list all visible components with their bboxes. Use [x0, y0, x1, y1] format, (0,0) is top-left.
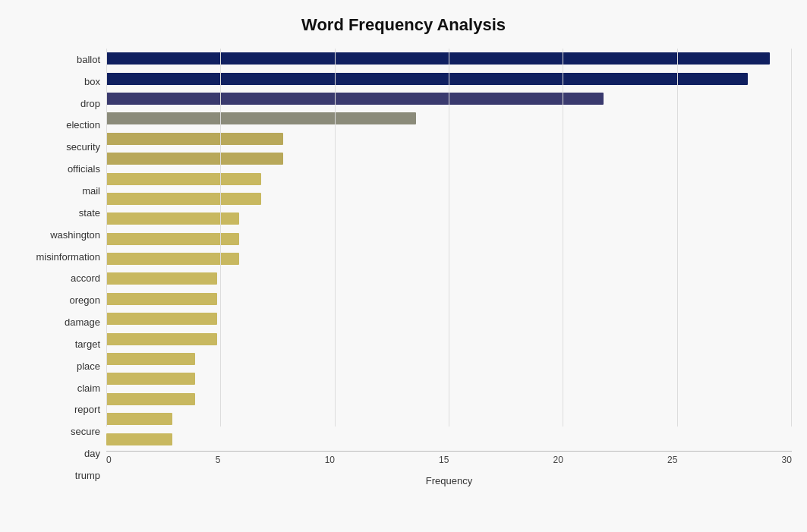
bar-row: [106, 210, 792, 227]
bar-row: [106, 71, 792, 87]
y-label: day: [15, 445, 100, 462]
bar: [106, 52, 770, 65]
bar: [106, 93, 604, 105]
x-tick: 15: [439, 455, 449, 465]
bar: [106, 133, 283, 145]
y-label: ballot: [15, 51, 100, 68]
bar: [106, 212, 239, 225]
bar: [106, 173, 261, 185]
bar: [106, 313, 217, 325]
x-tick: 5: [216, 455, 221, 465]
bar: [106, 353, 195, 365]
x-axis-wrap: 051015202530 Frequency: [106, 449, 792, 486]
y-label: mail: [15, 182, 100, 199]
y-axis: ballotboxdropelectionsecurityofficialsma…: [15, 49, 106, 486]
x-axis: 051015202530: [106, 451, 792, 474]
bar: [106, 413, 172, 425]
bar-row: [106, 351, 792, 367]
x-axis-label: Frequency: [106, 475, 792, 486]
bar-row: [106, 431, 792, 448]
y-label: secure: [15, 423, 100, 440]
bar-row: [106, 131, 792, 147]
bar-row: [106, 50, 792, 67]
y-label: officials: [15, 161, 100, 178]
bar: [106, 233, 239, 245]
y-label: damage: [15, 314, 100, 331]
y-label: claim: [15, 379, 100, 396]
bar-row: [106, 411, 792, 427]
chart-area: ballotboxdropelectionsecurityofficialsma…: [15, 49, 792, 486]
x-tick: 0: [106, 455, 112, 465]
bar: [106, 433, 172, 445]
y-label: trump: [15, 467, 100, 483]
bar: [106, 272, 217, 285]
y-label: oregon: [15, 292, 100, 309]
bar: [106, 153, 283, 165]
bar: [106, 73, 748, 85]
x-tick: 25: [667, 455, 677, 465]
bar: [106, 193, 261, 205]
bar-row: [106, 110, 792, 127]
bar-row: [106, 331, 792, 348]
bar: [106, 112, 416, 124]
y-label: washington: [15, 226, 100, 243]
bar: [106, 393, 195, 405]
bar-row: [106, 310, 792, 327]
bar-row: [106, 150, 792, 167]
y-label: target: [15, 335, 100, 352]
chart-title: Word Frequency Analysis: [301, 15, 506, 35]
y-label: election: [15, 117, 100, 134]
bar: [106, 253, 239, 265]
chart-container: Word Frequency Analysis ballotboxdropele…: [0, 0, 807, 532]
y-label: accord: [15, 270, 100, 287]
bar-row: [106, 250, 792, 267]
x-tick: 10: [325, 455, 335, 465]
y-label: place: [15, 357, 100, 374]
bar-row: [106, 370, 792, 387]
x-tick: 20: [553, 455, 563, 465]
bar-row: [106, 270, 792, 287]
bar-row: [106, 90, 792, 107]
bar: [106, 333, 217, 345]
bars-container: [106, 49, 792, 449]
y-label: report: [15, 401, 100, 418]
bar-row: [106, 231, 792, 247]
bar: [106, 373, 195, 385]
y-label: box: [15, 73, 100, 90]
y-label: state: [15, 204, 100, 221]
bar-row: [106, 171, 792, 187]
y-label: security: [15, 139, 100, 156]
bar-row: [106, 190, 792, 207]
y-label: drop: [15, 95, 100, 112]
bar-row: [106, 291, 792, 307]
bar: [106, 293, 217, 305]
y-label: misinformation: [15, 248, 100, 265]
bars-and-grid: [106, 49, 792, 449]
bar-row: [106, 391, 792, 408]
x-tick: 30: [782, 455, 792, 465]
